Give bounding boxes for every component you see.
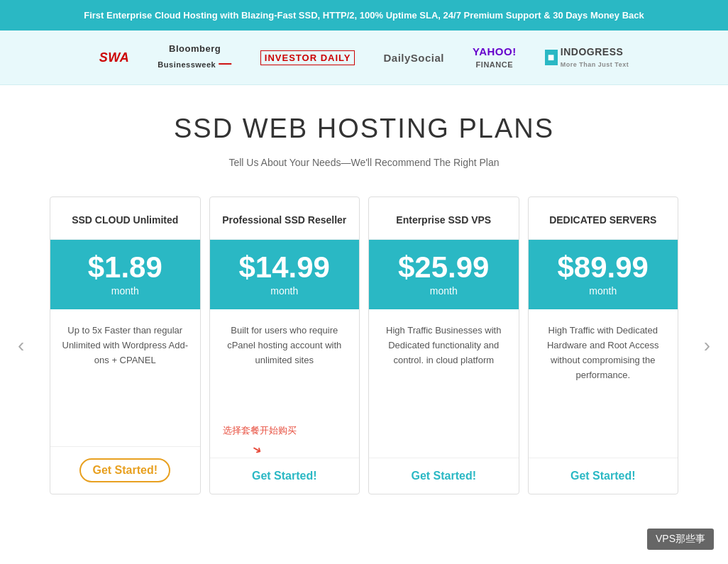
plan-period-cloud: month (57, 285, 193, 297)
page-title: SSD WEB HOSTING PLANS (14, 114, 714, 144)
nav-arrow-left[interactable]: ‹ (18, 334, 24, 357)
plan-desc-vps: High Traffic Businesses with Dedicated f… (369, 309, 519, 458)
plan-period-vps: month (376, 285, 512, 297)
plan-desc-dedicated: High Traffic with Dedicated Hardware and… (529, 309, 678, 458)
plan-price-block-reseller: $14.99 month (210, 240, 360, 309)
plan-price-reseller: $14.99 (217, 253, 353, 282)
media-bar: SWA BloombergBusinessweek — INVESTOR DAI… (0, 31, 728, 85)
nav-arrow-right[interactable]: › (704, 334, 710, 357)
logo-investor: INVESTOR DAILY (260, 50, 355, 65)
logo-bloomberg: BloombergBusinessweek — (158, 43, 231, 72)
plan-price-block-vps: $25.99 month (369, 240, 519, 309)
plan-card-cloud: SSD CLOUD Unlimited $1.89 month Up to 5x… (50, 197, 201, 494)
page-subtitle: Tell Us About Your Needs—We'll Recommend… (14, 157, 714, 168)
plan-card-vps: Enterprise SSD VPS $25.99 month High Tra… (368, 197, 519, 494)
plan-name-vps: Enterprise SSD VPS (369, 197, 519, 240)
plan-period-reseller: month (217, 285, 353, 297)
logo-indogress: ■ INDOGRESSMore Than Just Text (545, 46, 629, 69)
logo-swa: SWA (99, 50, 130, 65)
get-started-cloud[interactable]: Get Started! (79, 458, 170, 482)
plan-price-vps: $25.99 (376, 253, 512, 282)
main-section: SSD WEB HOSTING PLANS Tell Us About Your… (0, 85, 728, 516)
plan-price-cloud: $1.89 (57, 253, 193, 282)
get-started-reseller[interactable]: Get Started! (252, 470, 317, 482)
plan-name-dedicated: DEDICATED SERVERS (529, 197, 678, 240)
plan-price-dedicated: $89.99 (536, 253, 671, 282)
plan-name-reseller: Professional SSD Reseller (210, 197, 360, 240)
get-started-vps[interactable]: Get Started! (411, 470, 476, 482)
top-banner: First Enterprise Cloud Hosting with Blaz… (0, 0, 728, 31)
plan-period-dedicated: month (536, 285, 671, 297)
annotation-text: 选择套餐开始购买 (209, 424, 353, 437)
logo-yahoo: YAHOO!FINANCE (473, 45, 517, 70)
plan-desc-cloud: Up to 5x Faster than regular Unlimited w… (50, 309, 200, 446)
plans-container: SSD CLOUD Unlimited $1.89 month Up to 5x… (50, 197, 678, 494)
get-started-dedicated[interactable]: Get Started! (570, 470, 636, 482)
plan-footer-dedicated: Get Started! (529, 458, 678, 494)
plan-footer-cloud: Get Started! (50, 446, 200, 494)
logo-dailysocial: DailySocial (383, 52, 444, 64)
plan-card-dedicated: DEDICATED SERVERS $89.99 month High Traf… (528, 197, 679, 494)
plan-price-block-dedicated: $89.99 month (529, 240, 678, 309)
plan-footer-vps: Get Started! (369, 458, 519, 494)
plan-name-cloud: SSD CLOUD Unlimited (50, 197, 200, 240)
plan-footer-reseller: 选择套餐开始购买 ➜ Get Started! (210, 458, 360, 494)
plan-card-reseller: Professional SSD Reseller $14.99 month B… (209, 197, 360, 494)
plan-price-block-cloud: $1.89 month (50, 240, 200, 309)
banner-text: First Enterprise Cloud Hosting with Blaz… (84, 10, 644, 21)
plans-wrapper: ‹ SSD CLOUD Unlimited $1.89 month Up to … (14, 197, 714, 494)
